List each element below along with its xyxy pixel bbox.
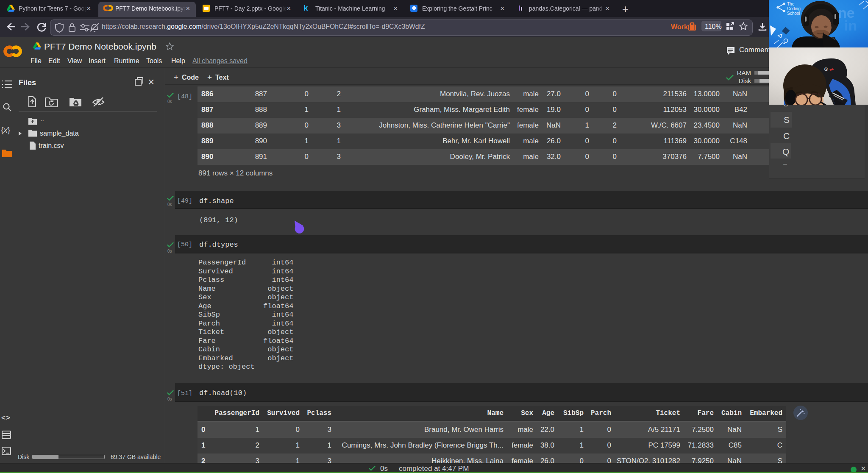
svg-text:School: School (787, 11, 800, 16)
svg-text:Coding: Coding (787, 6, 801, 11)
svg-text:in: in (844, 17, 857, 33)
svg-text:The: The (787, 2, 795, 6)
